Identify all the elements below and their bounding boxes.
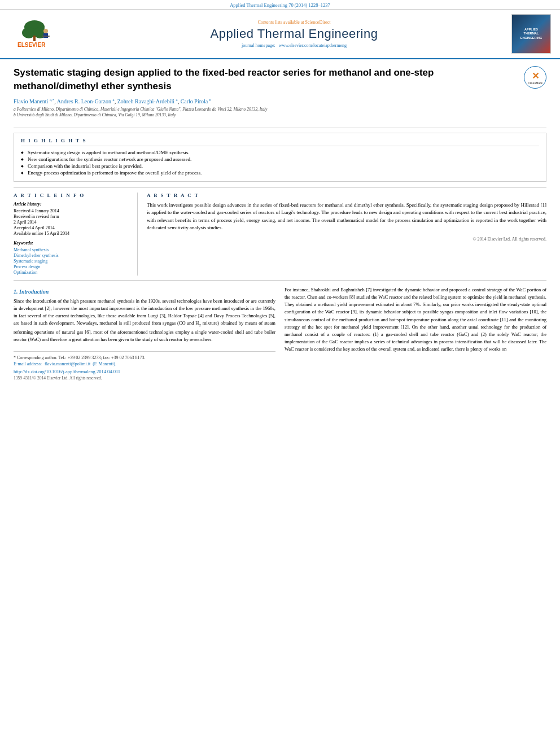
email-label: E-mail address: <box>14 361 42 366</box>
author-flavio[interactable]: Flavio Manenti <box>14 98 48 104</box>
keyword-4: Process design <box>14 264 130 269</box>
journal-name: Applied Thermal Engineering <box>82 27 506 41</box>
journal-header-center: Contents lists available at ScienceDirec… <box>82 20 506 48</box>
footer-email-line: E-mail address: flavio.manenti@polimi.it… <box>14 361 275 366</box>
journal-header-right: APPLIED THERMAL ENGINEERING <box>506 14 551 54</box>
science-direct-link[interactable]: ScienceDirect <box>305 20 331 25</box>
keyword-5: Optimization <box>14 270 130 275</box>
journal-header-left: ELSEVIER <box>9 19 82 50</box>
history-label: Article history: <box>14 202 130 207</box>
highlight-item-2: New configurations for the synthesis rea… <box>21 156 539 162</box>
highlights-list: Systematic staging design is applied to … <box>21 150 539 176</box>
authors: Flavio Manenti a,*, Andres R. Leon-Garzo… <box>14 98 211 104</box>
svg-point-5 <box>43 29 48 33</box>
footer-section: * Corresponding author. Tel.: +39 02 239… <box>14 351 275 381</box>
authors-line: Flavio Manenti a,*, Andres R. Leon-Garzo… <box>14 98 518 104</box>
body-col-left: 1. Introduction Since the introduction o… <box>14 286 275 381</box>
revised-date: 2 April 2014 <box>14 220 130 225</box>
article-info-col: A R T I C L E I N F O Article history: R… <box>14 193 138 276</box>
journal-header: ELSEVIER Contents lists available at Sci… <box>0 10 560 59</box>
available-online-date: Available online 15 April 2014 <box>14 231 130 236</box>
highlight-item-3: Comparison with the industrial best prac… <box>21 163 539 169</box>
journal-homepage-line: journal homepage: www.elsevier.com/locat… <box>82 43 506 48</box>
highlight-item-1: Systematic staging design is applied to … <box>21 150 539 155</box>
author-carlo[interactable]: Carlo Pirola <box>181 98 208 104</box>
homepage-label: journal homepage: <box>242 43 275 48</box>
author-andres[interactable]: Andres R. Leon-Garzon <box>57 98 111 104</box>
footer-doi[interactable]: http://dx.doi.org/10.1016/j.applthermale… <box>14 369 275 374</box>
abstract-text: This work investigates possible design a… <box>147 202 546 232</box>
abstract-col: A B S T R A C T This work investigates p… <box>147 193 546 276</box>
email-extra: (F. Manenti). <box>93 361 116 366</box>
journal-top-bar: Applied Thermal Engineering 70 (2014) 12… <box>0 0 560 10</box>
email-address[interactable]: flavio.manenti@polimi.it <box>45 361 90 366</box>
author-zohreh[interactable]: Zohreh Ravaghi-Ardebili <box>117 98 174 104</box>
affiliation-a: a Politecnico di Milano, Dipartimento di… <box>14 107 518 112</box>
crossmark-symbol: ✕ <box>532 71 539 81</box>
article-title-text: Systematic staging design applied to the… <box>14 66 518 123</box>
article-info-abstract-section: A R T I C L E I N F O Article history: R… <box>14 187 546 281</box>
svg-rect-4 <box>33 36 36 41</box>
highlights-title: H I G H L I G H T S <box>21 138 539 146</box>
science-direct-line: Contents lists available at ScienceDirec… <box>82 20 506 25</box>
journal-cover-thumbnail: APPLIED THERMAL ENGINEERING <box>511 14 551 54</box>
copyright-line: © 2014 Elsevier Ltd. All rights reserved… <box>147 237 546 242</box>
article-info-title: A R T I C L E I N F O <box>14 193 130 198</box>
keyword-3: Systematic staging <box>14 259 130 264</box>
article-title-section: Systematic staging design applied to the… <box>14 66 546 128</box>
abstract-title: A B S T R A C T <box>147 193 546 198</box>
svg-text:ELSEVIER: ELSEVIER <box>18 42 46 48</box>
article-title: Systematic staging design applied to the… <box>14 66 518 93</box>
body-paragraph-1: Since the introduction of the high press… <box>14 298 275 344</box>
received-date: Received 4 January 2014 <box>14 208 130 213</box>
footer-issn: 1359-4311/© 2014 Elsevier Ltd. All right… <box>14 375 275 381</box>
journal-volume-info: Applied Thermal Engineering 70 (2014) 12… <box>230 2 330 8</box>
homepage-url[interactable]: www.elsevier.com/locate/apthermeng <box>279 43 347 48</box>
main-content: Systematic staging design applied to the… <box>0 59 560 387</box>
affiliation-b: b Università degli Studi di Milano, Dipa… <box>14 112 518 117</box>
cover-title-text: APPLIED THERMAL ENGINEERING <box>520 28 542 40</box>
elsevier-logo: ELSEVIER <box>15 19 77 50</box>
accepted-date: Accepted 4 April 2014 <box>14 225 130 230</box>
affiliations: a Politecnico di Milano, Dipartimento di… <box>14 107 518 117</box>
crossmark-label: CrossMark <box>528 81 542 85</box>
keyword-1: Methanol synthesis <box>14 247 130 252</box>
keywords-label: Keywords: <box>14 241 130 246</box>
highlights-section: H I G H L I G H T S Systematic staging d… <box>14 133 546 182</box>
keywords-section: Keywords: Methanol synthesis Dimethyl et… <box>14 241 130 275</box>
body-paragraph-2: For instance, Shahrokhi and Baghmisheh [… <box>285 286 546 353</box>
body-col-right: For instance, Shahrokhi and Baghmisheh [… <box>285 286 546 381</box>
svg-rect-7 <box>42 36 50 37</box>
article-history: Article history: Received 4 January 2014… <box>14 202 130 236</box>
received-revised-label: Received in revised form <box>14 214 130 219</box>
crossmark-badge[interactable]: ✕ CrossMark <box>524 66 546 89</box>
section1-heading: 1. Introduction <box>14 289 275 295</box>
corresponding-author-note: * Corresponding author. Tel.: +39 02 239… <box>14 355 275 360</box>
keyword-2: Dimethyl ether synthesis <box>14 253 130 258</box>
contents-label: Contents lists available at <box>258 20 304 25</box>
body-two-col: 1. Introduction Since the introduction o… <box>14 286 546 381</box>
highlight-item-4: Energy-process optimization is performed… <box>21 170 539 176</box>
